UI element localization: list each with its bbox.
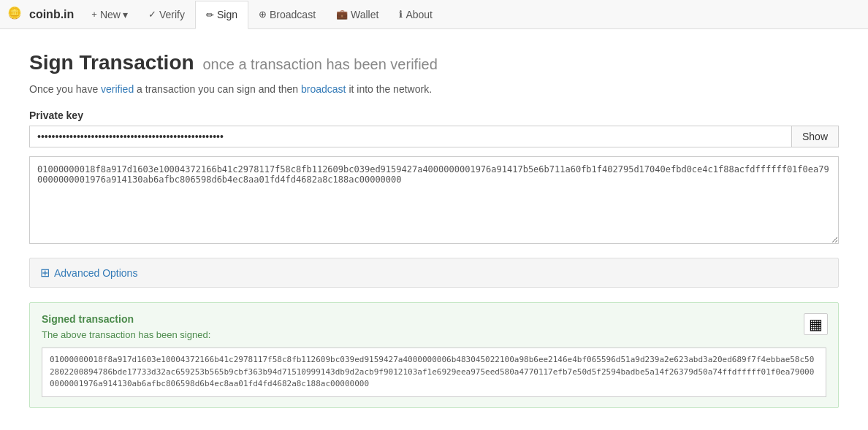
verified-link[interactable]: verified bbox=[101, 83, 134, 95]
desc-prefix: Once you have bbox=[29, 83, 101, 95]
private-key-input[interactable] bbox=[29, 126, 792, 147]
qr-code-button[interactable]: ▦ bbox=[804, 313, 828, 335]
private-key-group: Private key Show bbox=[29, 110, 839, 147]
nav-label-sign: Sign bbox=[217, 9, 237, 20]
desc-middle: a transaction you can sign and then bbox=[134, 83, 301, 95]
signed-tx-content: 01000000018f8a917d1603e10004372166b41c29… bbox=[42, 348, 826, 397]
nav-link-wallet[interactable]: 💼 Wallet bbox=[326, 0, 389, 28]
brand-logo[interactable]: 🪙 coinb.in bbox=[7, 6, 74, 23]
show-key-button[interactable]: Show bbox=[792, 126, 839, 147]
nav-item-verify: ✓ Verify bbox=[138, 0, 195, 28]
private-key-label: Private key bbox=[29, 110, 839, 121]
broadcast-link[interactable]: broadcast bbox=[301, 83, 346, 95]
navbar: 🪙 coinb.in + New ▾ ✓ Verify ✏ Sign ⊕ bbox=[0, 0, 868, 29]
advanced-options-link[interactable]: ⊞ Advanced Options bbox=[40, 266, 828, 280]
nav-item-about: ℹ About bbox=[389, 0, 443, 28]
nav-item-sign: ✏ Sign bbox=[195, 0, 248, 28]
nav-link-broadcast[interactable]: ⊕ Broadcast bbox=[248, 0, 326, 28]
nav-link-new[interactable]: + New ▾ bbox=[81, 0, 138, 28]
nav-label-wallet: Wallet bbox=[351, 9, 378, 20]
nav-item-broadcast: ⊕ Broadcast bbox=[248, 0, 326, 28]
page-heading: Sign Transaction once a transaction has … bbox=[29, 51, 839, 74]
nav-label-verify: Verify bbox=[159, 9, 185, 20]
new-plus-icon: + bbox=[91, 9, 97, 20]
verify-check-icon: ✓ bbox=[148, 9, 156, 20]
nav-link-sign[interactable]: ✏ Sign bbox=[195, 1, 248, 29]
nav-label-broadcast: Broadcast bbox=[270, 9, 316, 20]
nav-item-new: + New ▾ bbox=[81, 0, 138, 28]
nav-link-verify[interactable]: ✓ Verify bbox=[138, 0, 195, 28]
desc-suffix: it into the network. bbox=[346, 83, 433, 95]
sign-pencil-icon: ✏ bbox=[206, 9, 214, 20]
advanced-options-section: ⊞ Advanced Options bbox=[29, 258, 839, 288]
signed-tx-description: The above transaction has been signed: bbox=[42, 329, 826, 340]
nav-label-new: New bbox=[100, 9, 121, 20]
wallet-icon: 💼 bbox=[336, 9, 348, 20]
nav-link-about[interactable]: ℹ About bbox=[389, 0, 443, 28]
transaction-hex-textarea[interactable]: 01000000018f8a917d1603e10004372166b41c29… bbox=[29, 156, 839, 244]
coin-icon: 🪙 bbox=[7, 6, 25, 23]
about-info-icon: ℹ bbox=[399, 9, 403, 20]
nav-menu: + New ▾ ✓ Verify ✏ Sign ⊕ Broadcast bbox=[81, 0, 443, 28]
dropdown-arrow-icon: ▾ bbox=[123, 9, 128, 20]
broadcast-globe-icon: ⊕ bbox=[259, 9, 267, 20]
brand-name: coinb.in bbox=[29, 8, 74, 21]
signed-tx-title: Signed transaction bbox=[42, 313, 826, 325]
page-title: Sign Transaction bbox=[29, 51, 194, 74]
page-description: Once you have verified a transaction you… bbox=[29, 83, 839, 95]
page-subtitle: once a transaction has been verified bbox=[203, 56, 438, 72]
advanced-options-icon: ⊞ bbox=[40, 266, 50, 280]
nav-label-about: About bbox=[406, 9, 433, 20]
main-content: Sign Transaction once a transaction has … bbox=[0, 29, 868, 430]
private-key-input-wrapper: Show bbox=[29, 126, 839, 147]
signed-transaction-section: Signed transaction The above transaction… bbox=[29, 302, 839, 408]
nav-item-wallet: 💼 Wallet bbox=[326, 0, 389, 28]
qr-code-icon: ▦ bbox=[809, 316, 823, 332]
advanced-options-label: Advanced Options bbox=[54, 267, 137, 279]
